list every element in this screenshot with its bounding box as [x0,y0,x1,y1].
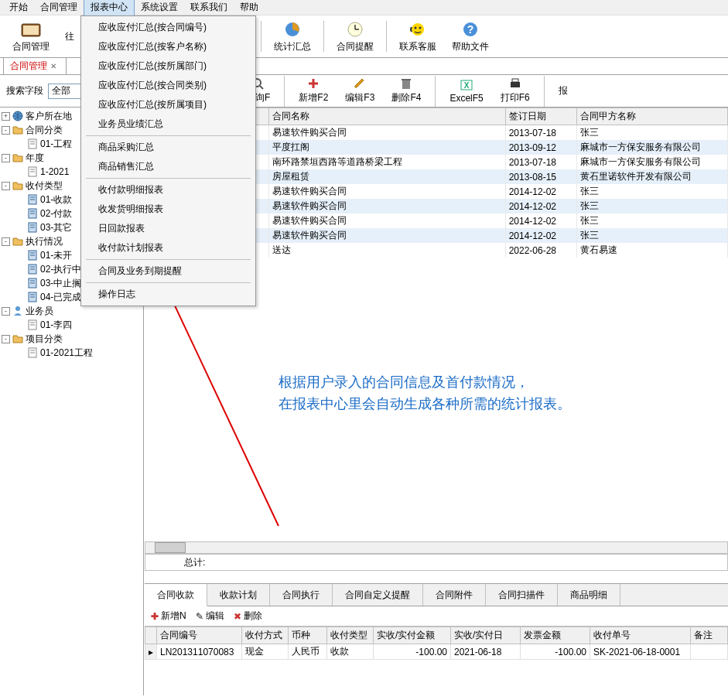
table-cell: 送达 [268,243,505,258]
menu-contact-us[interactable]: 联系我们 [184,0,234,15]
dcol-bill-no[interactable]: 收付单号 [590,627,691,644]
tree-expander[interactable]: - [2,154,10,162]
tab-custom-reminder[interactable]: 合同自定义提醒 [333,584,423,606]
col-party-a[interactable]: 合同甲方名称 [576,108,727,125]
col-sign-date[interactable]: 签订日期 [505,108,576,125]
toolbar-label: 帮助文件 [452,40,489,53]
table-cell: 2014-12-02 [505,228,576,243]
tree-expander[interactable]: + [2,112,10,121]
btn-report[interactable]: 报 [552,83,574,99]
dd-operation-log[interactable]: 操作日志 [83,285,254,304]
tree-expander[interactable]: - [2,307,10,316]
tab-scans[interactable]: 合同扫描件 [486,584,558,606]
dcol-date[interactable]: 实收/实付日 [451,627,521,644]
toolbar-contract-mgmt[interactable]: 合同管理 [6,19,56,55]
btn-excel[interactable]: X ExcelF5 [443,77,489,105]
btn-label: 新增N [161,610,186,623]
detail-btn-add[interactable]: ✚ 新增N [151,610,186,623]
svg-rect-1 [23,26,31,35]
toolbar-reminder[interactable]: 合同提醒 [330,19,380,55]
dcol-currency[interactable]: 币种 [289,627,327,644]
table-cell: 麻城市一方保安服务有限公司 [576,155,727,169]
table-cell: 南环路禁垣西路等道路桥梁工程 [268,155,505,169]
tree-label: 01-2021工程 [40,346,93,360]
dd-shipment-detail[interactable]: 收发货明细报表 [83,200,254,219]
table-cell: 麻城市一方保安服务有限公司 [576,140,727,155]
menu-report-center[interactable]: 报表中心 [84,0,135,16]
cell-date: 2021-06-18 [451,644,521,660]
menu-help[interactable]: 帮助 [234,0,265,15]
tree-node[interactable]: 01-2021工程 [2,346,142,360]
lower-panel: 总计: 合同收款 收款计划 合同执行 合同自定义提醒 合同附件 合同扫描件 商品… [145,541,728,660]
tab-contract-mgmt[interactable]: 合同管理 ✕ [3,57,67,74]
tree-expander[interactable]: - [2,126,10,135]
detail-btn-delete[interactable]: ✖ 删除 [234,610,262,623]
close-icon[interactable]: ✕ [50,62,56,70]
tree-expander[interactable]: - [2,335,10,343]
dd-expiry-reminder[interactable]: 合同及业务到期提醒 [83,261,254,281]
btn-delete[interactable]: 删除F4 [385,76,427,106]
doc-icon [26,347,39,359]
doc-icon [26,166,39,178]
toolbar-separator [323,21,324,52]
dd-payment-detail[interactable]: 收付款明细报表 [83,180,254,200]
tree-node[interactable]: 01-李四 [2,318,142,332]
dcol-method[interactable]: 收付方式 [242,627,289,644]
svg-rect-35 [512,79,518,82]
tree-label: 1-2021 [40,165,69,179]
table-cell: 2022-06-28 [505,243,576,258]
menu-start[interactable]: 开始 [3,0,34,15]
tab-contract-exec[interactable]: 合同执行 [270,584,333,606]
dcol-contract-no[interactable]: 合同编号 [157,627,242,644]
tab-contract-receipt[interactable]: 合同收款 [145,584,207,606]
dd-summary-by-contract-no[interactable]: 应收应付汇总(按合同编号) [83,18,254,37]
dd-summary-by-dept[interactable]: 应收应付汇总(按所属部门) [83,56,254,76]
toolbar-go[interactable]: 往 [59,29,80,45]
toolbar-stat-summary[interactable]: 统计汇总 [268,19,317,55]
dd-salesperson-perf[interactable]: 业务员业绩汇总 [83,114,254,134]
folder-icon [12,124,24,136]
table-cell: 易速软件购买合同 [268,199,505,213]
btn-print[interactable]: 打印F6 [494,76,536,106]
dd-payment-plan[interactable]: 收付款计划报表 [83,238,254,258]
btn-label: 打印F6 [501,91,530,104]
dcol-note[interactable]: 备注 [691,627,728,644]
toolbar-contact-support[interactable]: 联系客服 [393,19,443,55]
doc-blue-icon [26,207,39,220]
tree-expander[interactable]: - [2,237,10,246]
toolbar-label: 往 [65,30,74,43]
dcol-invoice[interactable]: 发票金额 [521,627,590,644]
tree-expander[interactable]: - [2,182,10,190]
tab-receipt-plan[interactable]: 收款计划 [207,584,270,606]
dropdown-separator [86,135,251,136]
doc-blue-icon [26,221,39,234]
col-contract-name[interactable]: 合同名称 [268,108,505,125]
dropdown-separator [86,259,251,260]
detail-row[interactable]: ▸ LN201311070083 现金 人民币 收款 -100.00 2021-… [145,644,728,660]
detail-table[interactable]: 合同编号 收付方式 币种 收付类型 实收/实付金额 实收/实付日 发票金额 收付… [145,627,728,660]
tab-product-detail[interactable]: 商品明细 [558,584,620,606]
horizontal-scrollbar[interactable] [145,541,728,554]
tree-node[interactable]: -项目分类 [2,332,142,346]
svg-rect-2 [31,26,39,35]
toolbar-help-file[interactable]: ? 帮助文件 [446,19,495,55]
btn-edit[interactable]: 编辑F3 [339,76,381,106]
toolbar-label: 合同管理 [12,40,50,53]
menu-contract-mgmt[interactable]: 合同管理 [34,0,84,15]
btn-add[interactable]: 新增F2 [292,76,334,106]
folder-icon [12,333,24,345]
dd-summary-by-category[interactable]: 应收应付汇总(按合同类别) [83,76,254,95]
headset-icon [405,20,430,39]
tab-attachments[interactable]: 合同附件 [423,584,486,606]
svg-text:X: X [464,81,470,90]
dd-sales-summary[interactable]: 商品销售汇总 [83,157,254,176]
dcol-type[interactable]: 收付类型 [327,627,374,644]
dd-purchase-summary[interactable]: 商品采购汇总 [83,138,254,157]
dd-summary-by-project[interactable]: 应收应付汇总(按所属项目) [83,95,254,114]
dcol-amount[interactable]: 实收/实付金额 [374,627,451,644]
menu-system-settings[interactable]: 系统设置 [135,0,184,15]
cell-bill-no: SK-2021-06-18-0001 [590,644,691,660]
dd-summary-by-customer[interactable]: 应收应付汇总(按客户名称) [83,37,254,56]
detail-btn-edit[interactable]: ✎ 编辑 [196,610,224,623]
dd-daily-payback[interactable]: 日回款报表 [83,219,254,238]
